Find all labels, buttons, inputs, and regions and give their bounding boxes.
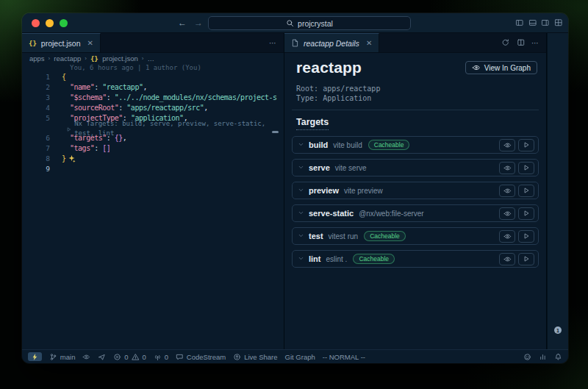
- status-status-misc[interactable]: [539, 353, 547, 361]
- breadcrumb-item[interactable]: …: [147, 54, 154, 63]
- tab-label: reactapp Details: [304, 39, 359, 48]
- eye-icon: [503, 210, 512, 218]
- status-gitlens-annotations[interactable]: [82, 353, 90, 361]
- target-row-lint[interactable]: lint eslint . Cacheable: [292, 250, 539, 268]
- window-controls: [22, 19, 68, 27]
- run-target-button[interactable]: [518, 185, 534, 197]
- command-center-search[interactable]: projcrystal: [208, 16, 411, 30]
- title-bar: ← → projcrystal: [22, 13, 568, 33]
- customize-layout-icon[interactable]: [554, 18, 563, 27]
- code-line[interactable]: 4 "sourceRoot": "apps/reactapp/src",: [22, 103, 284, 113]
- chevron-down-icon[interactable]: [298, 232, 304, 240]
- status-problems[interactable]: 00: [113, 353, 146, 361]
- zoom-button[interactable]: [60, 19, 68, 27]
- nx-targets-codelens[interactable]: Nx Targets: build, serve, preview, serve…: [22, 124, 284, 133]
- status-git-branch[interactable]: main: [49, 353, 76, 361]
- status-feedback-smiley[interactable]: [523, 353, 531, 361]
- status-codestream[interactable]: CodeStream: [176, 353, 226, 361]
- run-target-button[interactable]: [518, 162, 534, 174]
- view-in-graph-button[interactable]: View In Graph: [465, 61, 537, 74]
- target-name: lint: [309, 254, 321, 263]
- zap-icon: [31, 353, 39, 361]
- status-extension-indicator[interactable]: [98, 353, 106, 361]
- close-tab-icon[interactable]: ✕: [87, 39, 93, 47]
- smiley-icon: [523, 353, 531, 361]
- more-actions-icon[interactable]: ⋯: [531, 39, 539, 47]
- code-editor[interactable]: You, 6 hours ago | 1 author (You) 1{2 "n…: [22, 63, 284, 349]
- layout-controls: [515, 13, 562, 32]
- code-line[interactable]: 9: [22, 164, 284, 174]
- refresh-icon[interactable]: [501, 38, 510, 47]
- ai-sparkle-icon[interactable]: [68, 154, 76, 163]
- status-bar: main000CodeStreamLive ShareGit Graph-- N…: [22, 349, 568, 363]
- status-live-share[interactable]: Live Share: [233, 353, 277, 361]
- project-meta: Root: apps/reactappType: Application: [296, 84, 539, 103]
- toggle-panel-left-icon[interactable]: [515, 18, 524, 27]
- meta-row: Type: Application: [296, 93, 539, 103]
- status-broadcast-count[interactable]: 0: [154, 353, 168, 361]
- tab-reactapp-details[interactable]: reactapp Details ✕: [284, 33, 379, 52]
- view-target-button[interactable]: [499, 253, 515, 265]
- close-button[interactable]: [32, 19, 40, 27]
- play-icon: [523, 210, 530, 217]
- breadcrumb-item[interactable]: reactapp: [54, 54, 81, 63]
- code-line[interactable]: 8}: [22, 154, 284, 164]
- bars-icon: [539, 353, 547, 361]
- toggle-panel-bottom-icon[interactable]: [528, 18, 537, 27]
- close-tab-icon[interactable]: ✕: [366, 39, 372, 47]
- tab-label: project.json: [41, 39, 81, 48]
- target-row-preview[interactable]: preview vite preview: [292, 182, 539, 199]
- chevron-down-icon[interactable]: [298, 164, 304, 171]
- line-number: 5: [22, 113, 50, 124]
- code-line[interactable]: 7 "tags": []: [22, 143, 284, 154]
- target-executor: vite serve: [335, 164, 367, 172]
- status-vim-mode[interactable]: -- NORMAL --: [323, 353, 365, 361]
- breadcrumb-item[interactable]: apps: [29, 54, 45, 63]
- split-editor-icon[interactable]: [517, 38, 526, 47]
- run-target-button[interactable]: [518, 253, 534, 265]
- status-notifications-bell[interactable]: [554, 353, 562, 361]
- run-target-button[interactable]: [518, 139, 534, 151]
- toggle-panel-right-icon[interactable]: [541, 18, 550, 27]
- line-number: 6: [22, 133, 50, 143]
- tab-project-json[interactable]: {} project.json ✕: [22, 33, 101, 52]
- chevron-down-icon[interactable]: [298, 210, 304, 217]
- minimize-button[interactable]: [46, 19, 54, 27]
- target-name: build: [309, 140, 328, 149]
- breadcrumb[interactable]: apps›reactapp›{} project.json›…: [22, 53, 284, 63]
- view-target-button[interactable]: [499, 207, 515, 220]
- target-row-build[interactable]: build vite build Cacheable: [292, 136, 539, 154]
- bell-icon: [554, 353, 562, 361]
- view-target-button[interactable]: [499, 162, 515, 174]
- target-row-test[interactable]: test vitest run Cacheable: [292, 227, 539, 245]
- forward-icon[interactable]: →: [194, 18, 203, 28]
- overview-ruler-mark: [272, 131, 279, 133]
- chev-icon: [298, 141, 304, 148]
- play-icon: [523, 232, 530, 240]
- target-row-serve[interactable]: serve vite serve: [292, 159, 539, 176]
- run-target-button[interactable]: [518, 230, 534, 243]
- nx-project-details-panel: reactapp View In Graph Root: apps/reacta…: [284, 53, 546, 349]
- view-target-button[interactable]: [499, 185, 515, 197]
- code-line[interactable]: 1{: [22, 72, 284, 82]
- cacheable-badge: Cacheable: [368, 140, 410, 150]
- target-executor: vite preview: [344, 187, 383, 195]
- chevron-right-icon: ›: [49, 55, 51, 62]
- more-actions-icon[interactable]: ⋯: [269, 39, 276, 47]
- breadcrumb-item[interactable]: {} project.json: [90, 54, 138, 63]
- code-line[interactable]: 2 "name": "reactapp",: [22, 82, 284, 93]
- status-remote-indicator[interactable]: [28, 352, 42, 362]
- target-row-serve-static[interactable]: serve-static @nx/web:file-server: [292, 204, 539, 222]
- chevron-down-icon[interactable]: [298, 141, 304, 149]
- chevron-down-icon[interactable]: [298, 187, 304, 194]
- view-target-button[interactable]: [499, 230, 515, 243]
- status-git-graph[interactable]: Git Graph: [285, 353, 315, 361]
- back-icon[interactable]: ←: [178, 18, 187, 28]
- play-icon: [523, 164, 530, 171]
- meta-value: Application: [323, 94, 371, 102]
- chevron-down-icon[interactable]: [298, 255, 304, 263]
- json-file-icon: {}: [90, 55, 102, 63]
- run-target-button[interactable]: [518, 207, 534, 220]
- view-target-button[interactable]: [499, 139, 515, 151]
- code-line[interactable]: 3 "$schema": "../../node_modules/nx/sche…: [22, 93, 284, 103]
